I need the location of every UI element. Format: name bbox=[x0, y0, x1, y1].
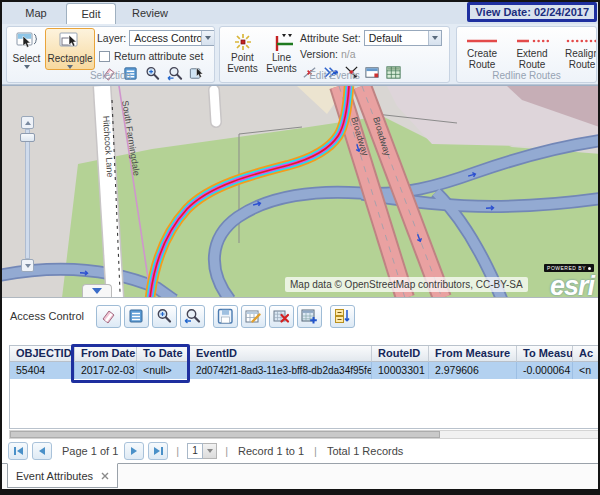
edit-attributes-button[interactable] bbox=[241, 305, 266, 328]
select-tool-icon bbox=[15, 31, 39, 53]
event-editor-window: Map Edit Review View Date: 02/24/2017 Se… bbox=[0, 0, 600, 495]
zoom-to-selection-button[interactable] bbox=[152, 305, 177, 328]
col-from-measure[interactable]: From Measure bbox=[429, 346, 517, 362]
attributes-toolbar: Access Control bbox=[2, 298, 598, 334]
col-to-date[interactable]: To Date bbox=[137, 346, 190, 362]
create-route-label-1: Create bbox=[467, 48, 497, 59]
selection-group-label: Selection bbox=[7, 70, 214, 81]
col-to-measure[interactable]: To Measure bbox=[517, 346, 573, 362]
cell-to-measure[interactable]: -0.000064 bbox=[517, 362, 573, 379]
table-header-row: OBJECTID From Date To Date EventID Route… bbox=[10, 346, 599, 362]
view-date-label: View Date: 02/24/2017 bbox=[475, 6, 589, 18]
cell-eventid[interactable]: 2d0742f1-8ad3-11e3-bff8-db2da34f95fe bbox=[190, 362, 372, 379]
col-from-date[interactable]: From Date bbox=[75, 346, 137, 362]
edit-ribbon: Select Rectangle Layer: Access Control bbox=[2, 24, 598, 85]
clear-selection-button[interactable] bbox=[96, 305, 121, 328]
cell-access[interactable]: <n bbox=[573, 362, 600, 379]
realign-route-label-2: Route bbox=[569, 59, 596, 70]
sort-records-button[interactable] bbox=[330, 305, 355, 328]
zoom-in-button[interactable] bbox=[21, 116, 34, 129]
sort-records-icon bbox=[333, 307, 351, 325]
event-attributes-tab-label: Event Attributes bbox=[16, 470, 93, 482]
map-view[interactable]: Hitchcock Lane South Farmingdale Broadwa… bbox=[2, 85, 598, 297]
view-date-callout: View Date: 02/24/2017 bbox=[467, 2, 597, 22]
table-row[interactable]: 55404 2017-02-03 <null> 2d0742f1-8ad3-11… bbox=[10, 362, 599, 379]
prev-page-icon bbox=[38, 446, 46, 456]
zoom-slider-thumb[interactable] bbox=[20, 133, 35, 142]
rectangle-label: Rectangle bbox=[47, 53, 92, 64]
rectangle-select-button[interactable]: Rectangle bbox=[45, 28, 95, 70]
attribute-set-label: Attribute Set: bbox=[300, 32, 361, 44]
map-collapse-handle[interactable] bbox=[82, 284, 112, 297]
version-row: Version: n/a bbox=[300, 48, 355, 60]
cell-from-date[interactable]: 2017-02-03 bbox=[75, 362, 137, 379]
pagination-bar: Page 1 of 1 | 1 | Record 1 to 1 | Total … bbox=[2, 439, 598, 463]
first-page-button[interactable] bbox=[8, 442, 28, 460]
globe-dot-icon bbox=[588, 267, 591, 270]
add-record-button[interactable] bbox=[297, 305, 322, 328]
col-access[interactable]: Ac bbox=[573, 346, 600, 362]
save-button[interactable] bbox=[213, 305, 238, 328]
tab-event-attributes[interactable]: Event Attributes bbox=[7, 463, 118, 488]
col-routeid[interactable]: RouteID bbox=[372, 346, 429, 362]
horizontal-scrollbar[interactable] bbox=[9, 430, 600, 439]
esri-logo: POWERED BY esri bbox=[544, 256, 594, 297]
prev-page-button[interactable] bbox=[32, 442, 52, 460]
line-events-button[interactable]: Line Events bbox=[263, 29, 300, 75]
last-page-button[interactable] bbox=[148, 442, 168, 460]
create-route-button[interactable]: Create Route bbox=[461, 31, 503, 71]
extend-route-icon bbox=[515, 34, 549, 48]
page-number-value: 1 bbox=[187, 443, 203, 459]
layer-dropdown-arrow-icon[interactable] bbox=[201, 31, 214, 45]
return-attribute-checkbox[interactable] bbox=[99, 51, 110, 62]
delete-record-button[interactable] bbox=[269, 305, 294, 328]
pan-to-selection-button[interactable] bbox=[180, 305, 205, 328]
map-canvas[interactable]: Hitchcock Lane South Farmingdale Broadwa… bbox=[2, 86, 598, 297]
attribute-set-dropdown-arrow-icon[interactable] bbox=[428, 31, 441, 45]
version-value: n/a bbox=[341, 48, 356, 60]
chevron-down-icon bbox=[92, 288, 102, 294]
page-dropdown-arrow-icon[interactable] bbox=[203, 443, 217, 459]
line-events-label-1: Line bbox=[272, 52, 291, 63]
selection-list-button[interactable] bbox=[124, 305, 149, 328]
attribute-set-dropdown[interactable]: Default bbox=[364, 30, 442, 46]
col-eventid[interactable]: EventID bbox=[190, 346, 372, 362]
select-dropdown-caret bbox=[24, 65, 30, 69]
page-number-dropdown[interactable]: 1 bbox=[187, 443, 217, 459]
cell-to-date[interactable]: <null> bbox=[137, 362, 190, 379]
col-objectid[interactable]: OBJECTID bbox=[10, 346, 75, 362]
zoom-out-button[interactable] bbox=[21, 259, 34, 272]
rectangle-dropdown-caret bbox=[67, 65, 73, 69]
point-events-label-1: Point bbox=[231, 52, 254, 63]
last-page-icon bbox=[153, 446, 164, 456]
zoom-slider-track[interactable] bbox=[25, 129, 30, 259]
first-page-icon bbox=[13, 446, 24, 456]
cell-from-measure[interactable]: 2.979606 bbox=[429, 362, 517, 379]
layer-label: Layer: bbox=[97, 32, 126, 44]
layer-dropdown[interactable]: Access Control bbox=[129, 30, 215, 46]
next-page-button[interactable] bbox=[124, 442, 144, 460]
selection-list-icon bbox=[127, 307, 145, 325]
extend-route-label-1: Extend bbox=[516, 48, 547, 59]
scrollbar-thumb[interactable] bbox=[10, 431, 440, 438]
realign-route-button[interactable]: Realign Route bbox=[561, 31, 597, 71]
extend-route-button[interactable]: Extend Route bbox=[511, 31, 553, 71]
tab-map[interactable]: Map bbox=[14, 3, 58, 24]
pager-separator: | bbox=[176, 445, 179, 457]
cell-objectid[interactable]: 55404 bbox=[10, 362, 75, 379]
main-tab-bar: Map Edit Review View Date: 02/24/2017 bbox=[2, 2, 598, 24]
next-page-icon bbox=[130, 446, 138, 456]
add-record-icon bbox=[300, 307, 318, 325]
select-label: Select bbox=[13, 53, 41, 64]
point-events-button[interactable]: Point Events bbox=[224, 29, 261, 75]
close-icon[interactable] bbox=[101, 472, 109, 480]
clear-selection-icon bbox=[99, 307, 117, 325]
tab-edit[interactable]: Edit bbox=[66, 3, 116, 24]
select-button[interactable]: Select bbox=[10, 28, 43, 70]
cell-routeid[interactable]: 10003301 bbox=[372, 362, 429, 379]
create-route-icon bbox=[465, 34, 499, 48]
delete-record-icon bbox=[272, 307, 290, 325]
tab-review[interactable]: Review bbox=[124, 3, 176, 24]
rectangle-tool-icon bbox=[58, 31, 82, 53]
return-attribute-row: Return attribute set bbox=[99, 50, 203, 62]
